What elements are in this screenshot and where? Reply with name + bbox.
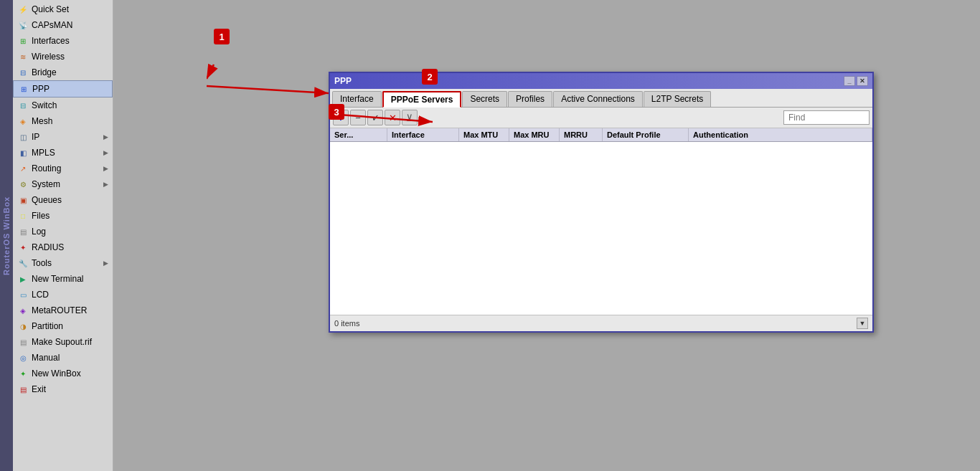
sidebar-label-system: System (32, 179, 103, 189)
wireless-icon: ≋ (17, 51, 29, 62)
arrow-icon: ▶ (103, 165, 108, 172)
svg-line-1 (207, 65, 214, 79)
sidebar-item-system[interactable]: ⚙ System ▶ (13, 176, 113, 192)
partition-icon: ◑ (17, 320, 29, 332)
table-body (330, 142, 872, 300)
tab-active-connections[interactable]: Active Connections (553, 91, 643, 107)
sidebar-label-quick-set: Quick Set (32, 4, 108, 14)
sidebar-item-lcd[interactable]: ▭ LCD (13, 287, 113, 303)
sidebar-item-log[interactable]: ▤ Log (13, 224, 113, 239)
item-count: 0 items (334, 319, 359, 328)
sidebar-label-make-supout: Make Supout.rif (32, 337, 108, 347)
sidebar-label-capsman: CAPsMAN (32, 20, 108, 30)
sidebar-label-new-winbox: New WinBox (32, 368, 108, 379)
footer-dropdown[interactable]: ▼ (857, 318, 868, 329)
sidebar-item-metarouter[interactable]: ◈ MetaROUTER (13, 303, 113, 318)
sidebar-item-mpls[interactable]: ◧ MPLS ▶ (13, 145, 113, 161)
col-header-interface: Interface (387, 128, 459, 141)
bridge-icon: ⊟ (17, 67, 29, 78)
filter-button[interactable]: ⊻ (402, 110, 418, 125)
metarouter-icon: ◈ (17, 305, 29, 316)
interfaces-icon: ⊞ (17, 35, 29, 47)
sidebar-item-wireless[interactable]: ≋ Wireless (13, 49, 113, 65)
queues-icon: ▣ (17, 194, 29, 206)
arrow-icon: ▶ (103, 149, 108, 156)
sidebar-label-log: Log (32, 227, 108, 237)
tab-pppoe-servers[interactable]: PPPoE Servers (382, 91, 462, 108)
sidebar-item-interfaces[interactable]: ⊞ Interfaces (13, 33, 113, 49)
col-header-authentication: Authentication (689, 128, 872, 141)
find-input[interactable] (783, 110, 870, 125)
edit-button[interactable]: ✓ (367, 110, 383, 125)
sidebar-item-exit[interactable]: ▤ Exit (13, 381, 113, 397)
col-header-max-mtu: Max MTU (459, 128, 509, 141)
sidebar-item-ppp[interactable]: ⊞ PPP (13, 80, 113, 97)
new-winbox-icon: ✦ (17, 368, 29, 379)
capsman-icon: 📡 (17, 19, 29, 31)
sidebar-item-bridge[interactable]: ⊟ Bridge (13, 65, 113, 80)
sidebar-item-manual[interactable]: ◎ Manual (13, 350, 113, 366)
col-header-service: Ser... (330, 128, 387, 141)
sidebar-label-switch: Switch (32, 100, 108, 110)
sidebar-item-capsman[interactable]: 📡 CAPsMAN (13, 17, 113, 33)
log-icon: ▤ (17, 226, 29, 237)
arrow-icon: ▶ (103, 181, 108, 188)
tab-secrets[interactable]: Secrets (462, 91, 507, 107)
main-area: 1 PPP _ ✕ InterfacePPPoE Serve (113, 0, 980, 471)
annotation-badge-2: 2 (422, 69, 438, 85)
tools-icon: 🔧 (17, 257, 29, 269)
sidebar: ⚡ Quick Set 📡 CAPsMAN ⊞ Interfaces ≋ Wir… (13, 0, 113, 471)
sidebar-item-files[interactable]: □ Files (13, 208, 113, 224)
radius-icon: ✦ (17, 242, 29, 253)
window-close-button[interactable]: ✕ (857, 76, 868, 86)
exit-icon: ▤ (17, 384, 29, 395)
sidebar-label-interfaces: Interfaces (32, 36, 108, 46)
sidebar-label-wireless: Wireless (32, 52, 108, 62)
sidebar-item-tools[interactable]: 🔧 Tools ▶ (13, 255, 113, 271)
sidebar-label-ppp: PPP (32, 84, 108, 94)
sidebar-item-radius[interactable]: ✦ RADIUS (13, 239, 113, 255)
sidebar-item-quick-set[interactable]: ⚡ Quick Set (13, 1, 113, 17)
sidebar-item-queues[interactable]: ▣ Queues (13, 192, 113, 208)
new-terminal-icon: ▶ (17, 273, 29, 285)
sidebar-label-lcd: LCD (32, 290, 108, 300)
window-minimize-button[interactable]: _ (844, 76, 855, 86)
sidebar-item-ip[interactable]: ◫ IP ▶ (13, 129, 113, 145)
ppp-icon: ⊞ (18, 83, 29, 95)
window-titlebar: PPP _ ✕ (330, 73, 872, 89)
mpls-icon: ◧ (17, 147, 29, 158)
toolbar: + − ✓ ✕ ⊻ (330, 108, 872, 128)
col-header-max-mru: Max MRU (509, 128, 560, 141)
remove-button[interactable]: − (350, 110, 366, 125)
sidebar-item-switch[interactable]: ⊟ Switch (13, 97, 113, 113)
sidebar-label-mesh: Mesh (32, 116, 108, 126)
sidebar-label-radius: RADIUS (32, 242, 108, 252)
window-controls: _ ✕ (844, 76, 868, 86)
quick-set-icon: ⚡ (17, 4, 29, 15)
tab-profiles[interactable]: Profiles (508, 91, 552, 107)
sidebar-label-partition: Partition (32, 321, 108, 331)
ip-icon: ◫ (17, 131, 29, 143)
sidebar-label-mpls: MPLS (32, 148, 103, 158)
make-supout-icon: ▤ (17, 336, 29, 348)
routing-icon: ↗ (17, 163, 29, 174)
switch-icon: ⊟ (17, 100, 29, 111)
table-footer: 0 items ▼ (330, 315, 872, 331)
sidebar-label-files: Files (32, 211, 108, 221)
sidebar-item-routing[interactable]: ↗ Routing ▶ (13, 161, 113, 176)
sidebar-label-exit: Exit (32, 384, 108, 394)
sidebar-label-new-terminal: New Terminal (32, 274, 108, 284)
sidebar-item-new-terminal[interactable]: ▶ New Terminal (13, 271, 113, 287)
winbox-label: RouterOS WinBox (0, 0, 13, 471)
col-header-default-profile: Default Profile (603, 128, 689, 141)
sidebar-item-partition[interactable]: ◑ Partition (13, 318, 113, 334)
tab-l2tp-secrets[interactable]: L2TP Secrets (644, 91, 711, 107)
mesh-icon: ◈ (17, 115, 29, 127)
sidebar-item-new-winbox[interactable]: ✦ New WinBox (13, 366, 113, 381)
sidebar-item-make-supout[interactable]: ▤ Make Supout.rif (13, 334, 113, 350)
delete-button[interactable]: ✕ (385, 110, 400, 125)
manual-icon: ◎ (17, 352, 29, 363)
sidebar-item-mesh[interactable]: ◈ Mesh (13, 113, 113, 129)
svg-line-3 (207, 86, 329, 93)
sidebar-label-routing: Routing (32, 163, 103, 173)
